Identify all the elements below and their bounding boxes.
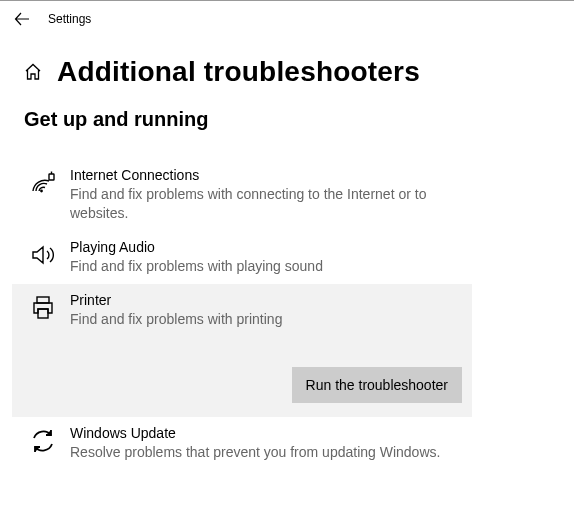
back-icon[interactable] [14,11,30,27]
item-body: Internet Connections Find and fix proble… [70,167,476,223]
content: Get up and running Internet Connections … [0,108,574,469]
item-title: Playing Audio [70,239,476,255]
item-body: Windows Update Resolve problems that pre… [70,425,476,462]
item-title: Windows Update [70,425,476,441]
titlebar: Settings [0,0,574,36]
item-body: Printer Find and fix problems with print… [70,292,468,403]
item-body: Playing Audio Find and fix problems with… [70,239,476,276]
troubleshooter-list: Internet Connections Find and fix proble… [24,159,550,469]
run-row: Run the troubleshooter [70,367,468,403]
item-desc: Find and fix problems with playing sound [70,257,476,276]
home-icon[interactable] [23,62,43,82]
globe-icon [28,167,58,197]
item-title: Printer [70,292,468,308]
item-desc: Find and fix problems with connecting to… [70,185,476,223]
run-troubleshooter-button[interactable]: Run the troubleshooter [292,367,462,403]
item-title: Internet Connections [70,167,476,183]
printer-icon [28,292,58,322]
window-title: Settings [48,12,91,26]
page-header: Additional troubleshooters [0,36,574,108]
svg-rect-4 [38,309,48,318]
item-desc: Find and fix problems with printing [70,310,468,329]
troubleshooter-item-internet[interactable]: Internet Connections Find and fix proble… [24,159,480,231]
svg-point-0 [40,190,43,193]
troubleshooter-item-printer[interactable]: Printer Find and fix problems with print… [12,284,472,417]
item-desc: Resolve problems that prevent you from u… [70,443,476,462]
troubleshooter-item-update[interactable]: Windows Update Resolve problems that pre… [24,417,480,470]
refresh-icon [28,425,58,455]
speaker-icon [28,239,58,269]
svg-rect-1 [49,174,54,180]
page-title: Additional troubleshooters [57,56,420,88]
section-heading: Get up and running [24,108,550,131]
troubleshooter-item-audio[interactable]: Playing Audio Find and fix problems with… [24,231,480,284]
svg-rect-3 [37,297,49,303]
